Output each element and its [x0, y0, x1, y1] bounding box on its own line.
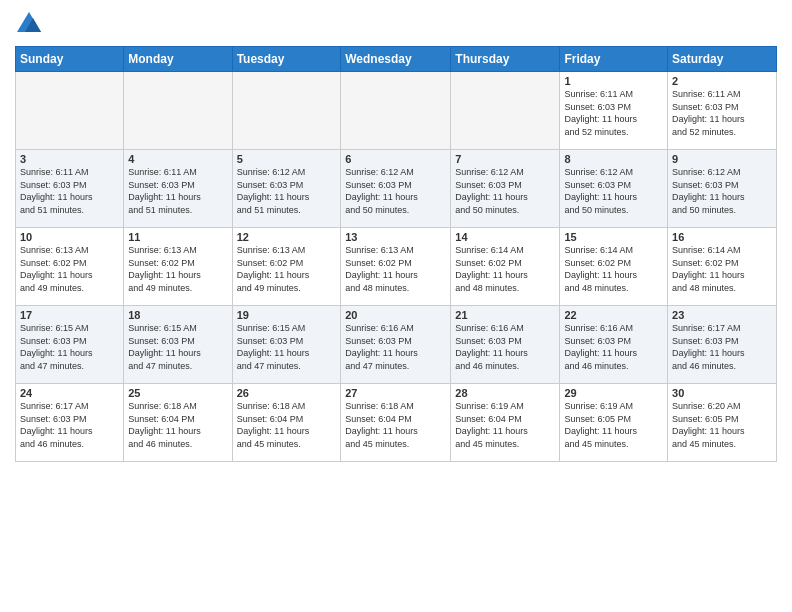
day-info: Sunrise: 6:17 AM Sunset: 6:03 PM Dayligh… [672, 322, 772, 372]
day-number: 16 [672, 231, 772, 243]
calendar-cell [124, 72, 232, 150]
calendar-cell: 11Sunrise: 6:13 AM Sunset: 6:02 PM Dayli… [124, 228, 232, 306]
day-number: 10 [20, 231, 119, 243]
weekday-header-row: SundayMondayTuesdayWednesdayThursdayFrid… [16, 47, 777, 72]
day-info: Sunrise: 6:12 AM Sunset: 6:03 PM Dayligh… [345, 166, 446, 216]
day-number: 25 [128, 387, 227, 399]
calendar-cell: 24Sunrise: 6:17 AM Sunset: 6:03 PM Dayli… [16, 384, 124, 462]
calendar-cell: 17Sunrise: 6:15 AM Sunset: 6:03 PM Dayli… [16, 306, 124, 384]
day-number: 28 [455, 387, 555, 399]
weekday-header-tuesday: Tuesday [232, 47, 341, 72]
weekday-header-friday: Friday [560, 47, 668, 72]
day-number: 5 [237, 153, 337, 165]
calendar-cell: 29Sunrise: 6:19 AM Sunset: 6:05 PM Dayli… [560, 384, 668, 462]
header [15, 10, 777, 38]
day-info: Sunrise: 6:13 AM Sunset: 6:02 PM Dayligh… [20, 244, 119, 294]
calendar-cell: 13Sunrise: 6:13 AM Sunset: 6:02 PM Dayli… [341, 228, 451, 306]
calendar-cell: 1Sunrise: 6:11 AM Sunset: 6:03 PM Daylig… [560, 72, 668, 150]
day-number: 18 [128, 309, 227, 321]
day-info: Sunrise: 6:14 AM Sunset: 6:02 PM Dayligh… [672, 244, 772, 294]
day-number: 23 [672, 309, 772, 321]
calendar: SundayMondayTuesdayWednesdayThursdayFrid… [15, 46, 777, 462]
day-info: Sunrise: 6:15 AM Sunset: 6:03 PM Dayligh… [128, 322, 227, 372]
calendar-cell: 9Sunrise: 6:12 AM Sunset: 6:03 PM Daylig… [668, 150, 777, 228]
calendar-cell: 14Sunrise: 6:14 AM Sunset: 6:02 PM Dayli… [451, 228, 560, 306]
calendar-cell: 21Sunrise: 6:16 AM Sunset: 6:03 PM Dayli… [451, 306, 560, 384]
calendar-cell: 20Sunrise: 6:16 AM Sunset: 6:03 PM Dayli… [341, 306, 451, 384]
logo [15, 10, 47, 38]
day-number: 2 [672, 75, 772, 87]
day-number: 7 [455, 153, 555, 165]
day-info: Sunrise: 6:12 AM Sunset: 6:03 PM Dayligh… [672, 166, 772, 216]
calendar-cell: 18Sunrise: 6:15 AM Sunset: 6:03 PM Dayli… [124, 306, 232, 384]
calendar-cell [341, 72, 451, 150]
week-row-3: 10Sunrise: 6:13 AM Sunset: 6:02 PM Dayli… [16, 228, 777, 306]
day-number: 20 [345, 309, 446, 321]
day-info: Sunrise: 6:14 AM Sunset: 6:02 PM Dayligh… [455, 244, 555, 294]
day-info: Sunrise: 6:18 AM Sunset: 6:04 PM Dayligh… [237, 400, 337, 450]
day-info: Sunrise: 6:15 AM Sunset: 6:03 PM Dayligh… [20, 322, 119, 372]
day-info: Sunrise: 6:20 AM Sunset: 6:05 PM Dayligh… [672, 400, 772, 450]
weekday-header-monday: Monday [124, 47, 232, 72]
calendar-cell: 30Sunrise: 6:20 AM Sunset: 6:05 PM Dayli… [668, 384, 777, 462]
day-number: 6 [345, 153, 446, 165]
weekday-header-wednesday: Wednesday [341, 47, 451, 72]
day-number: 11 [128, 231, 227, 243]
day-number: 21 [455, 309, 555, 321]
logo-icon [15, 10, 43, 38]
day-info: Sunrise: 6:12 AM Sunset: 6:03 PM Dayligh… [237, 166, 337, 216]
weekday-header-saturday: Saturday [668, 47, 777, 72]
day-number: 29 [564, 387, 663, 399]
calendar-cell [232, 72, 341, 150]
calendar-cell: 16Sunrise: 6:14 AM Sunset: 6:02 PM Dayli… [668, 228, 777, 306]
calendar-cell: 4Sunrise: 6:11 AM Sunset: 6:03 PM Daylig… [124, 150, 232, 228]
calendar-cell: 3Sunrise: 6:11 AM Sunset: 6:03 PM Daylig… [16, 150, 124, 228]
weekday-header-sunday: Sunday [16, 47, 124, 72]
calendar-cell: 7Sunrise: 6:12 AM Sunset: 6:03 PM Daylig… [451, 150, 560, 228]
day-info: Sunrise: 6:11 AM Sunset: 6:03 PM Dayligh… [20, 166, 119, 216]
day-number: 9 [672, 153, 772, 165]
day-number: 12 [237, 231, 337, 243]
day-info: Sunrise: 6:13 AM Sunset: 6:02 PM Dayligh… [345, 244, 446, 294]
weekday-header-thursday: Thursday [451, 47, 560, 72]
week-row-5: 24Sunrise: 6:17 AM Sunset: 6:03 PM Dayli… [16, 384, 777, 462]
calendar-cell: 2Sunrise: 6:11 AM Sunset: 6:03 PM Daylig… [668, 72, 777, 150]
day-info: Sunrise: 6:17 AM Sunset: 6:03 PM Dayligh… [20, 400, 119, 450]
calendar-cell: 10Sunrise: 6:13 AM Sunset: 6:02 PM Dayli… [16, 228, 124, 306]
day-number: 19 [237, 309, 337, 321]
day-info: Sunrise: 6:12 AM Sunset: 6:03 PM Dayligh… [564, 166, 663, 216]
day-info: Sunrise: 6:11 AM Sunset: 6:03 PM Dayligh… [564, 88, 663, 138]
day-info: Sunrise: 6:15 AM Sunset: 6:03 PM Dayligh… [237, 322, 337, 372]
calendar-cell: 6Sunrise: 6:12 AM Sunset: 6:03 PM Daylig… [341, 150, 451, 228]
day-info: Sunrise: 6:14 AM Sunset: 6:02 PM Dayligh… [564, 244, 663, 294]
calendar-cell: 23Sunrise: 6:17 AM Sunset: 6:03 PM Dayli… [668, 306, 777, 384]
day-info: Sunrise: 6:13 AM Sunset: 6:02 PM Dayligh… [237, 244, 337, 294]
day-number: 26 [237, 387, 337, 399]
day-info: Sunrise: 6:18 AM Sunset: 6:04 PM Dayligh… [128, 400, 227, 450]
day-info: Sunrise: 6:18 AM Sunset: 6:04 PM Dayligh… [345, 400, 446, 450]
day-number: 15 [564, 231, 663, 243]
calendar-cell: 22Sunrise: 6:16 AM Sunset: 6:03 PM Dayli… [560, 306, 668, 384]
day-info: Sunrise: 6:16 AM Sunset: 6:03 PM Dayligh… [564, 322, 663, 372]
calendar-cell: 5Sunrise: 6:12 AM Sunset: 6:03 PM Daylig… [232, 150, 341, 228]
day-number: 1 [564, 75, 663, 87]
calendar-cell: 26Sunrise: 6:18 AM Sunset: 6:04 PM Dayli… [232, 384, 341, 462]
day-number: 8 [564, 153, 663, 165]
week-row-4: 17Sunrise: 6:15 AM Sunset: 6:03 PM Dayli… [16, 306, 777, 384]
day-number: 24 [20, 387, 119, 399]
day-info: Sunrise: 6:19 AM Sunset: 6:05 PM Dayligh… [564, 400, 663, 450]
calendar-cell: 28Sunrise: 6:19 AM Sunset: 6:04 PM Dayli… [451, 384, 560, 462]
day-info: Sunrise: 6:16 AM Sunset: 6:03 PM Dayligh… [345, 322, 446, 372]
day-info: Sunrise: 6:13 AM Sunset: 6:02 PM Dayligh… [128, 244, 227, 294]
calendar-cell [451, 72, 560, 150]
day-info: Sunrise: 6:11 AM Sunset: 6:03 PM Dayligh… [128, 166, 227, 216]
calendar-cell: 8Sunrise: 6:12 AM Sunset: 6:03 PM Daylig… [560, 150, 668, 228]
day-number: 30 [672, 387, 772, 399]
day-number: 4 [128, 153, 227, 165]
day-number: 3 [20, 153, 119, 165]
day-info: Sunrise: 6:12 AM Sunset: 6:03 PM Dayligh… [455, 166, 555, 216]
calendar-cell: 15Sunrise: 6:14 AM Sunset: 6:02 PM Dayli… [560, 228, 668, 306]
week-row-2: 3Sunrise: 6:11 AM Sunset: 6:03 PM Daylig… [16, 150, 777, 228]
week-row-1: 1Sunrise: 6:11 AM Sunset: 6:03 PM Daylig… [16, 72, 777, 150]
day-number: 14 [455, 231, 555, 243]
